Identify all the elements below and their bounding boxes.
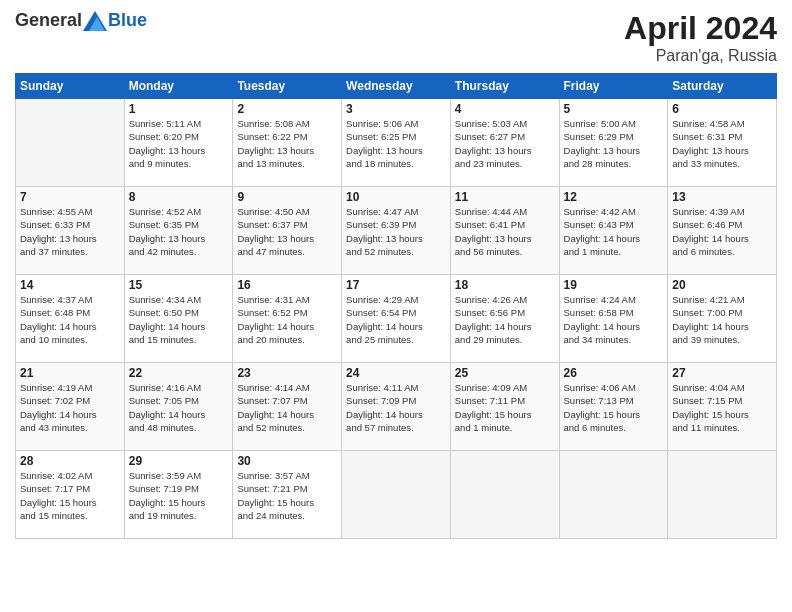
table-row: 10Sunrise: 4:47 AMSunset: 6:39 PMDayligh… — [342, 187, 451, 275]
table-row: 15Sunrise: 4:34 AMSunset: 6:50 PMDayligh… — [124, 275, 233, 363]
day-number: 2 — [237, 102, 337, 116]
table-row — [342, 451, 451, 539]
logo-general-text: General — [15, 10, 82, 31]
day-info: Sunrise: 4:34 AMSunset: 6:50 PMDaylight:… — [129, 293, 229, 346]
table-row: 4Sunrise: 5:03 AMSunset: 6:27 PMDaylight… — [450, 99, 559, 187]
col-saturday: Saturday — [668, 74, 777, 99]
table-row: 2Sunrise: 5:08 AMSunset: 6:22 PMDaylight… — [233, 99, 342, 187]
logo: General Blue — [15, 10, 147, 31]
day-number: 6 — [672, 102, 772, 116]
day-info: Sunrise: 4:31 AMSunset: 6:52 PMDaylight:… — [237, 293, 337, 346]
day-info: Sunrise: 4:37 AMSunset: 6:48 PMDaylight:… — [20, 293, 120, 346]
day-info: Sunrise: 4:16 AMSunset: 7:05 PMDaylight:… — [129, 381, 229, 434]
day-info: Sunrise: 4:50 AMSunset: 6:37 PMDaylight:… — [237, 205, 337, 258]
day-number: 15 — [129, 278, 229, 292]
col-tuesday: Tuesday — [233, 74, 342, 99]
calendar-table: Sunday Monday Tuesday Wednesday Thursday… — [15, 73, 777, 539]
day-number: 11 — [455, 190, 555, 204]
day-number: 14 — [20, 278, 120, 292]
day-info: Sunrise: 4:55 AMSunset: 6:33 PMDaylight:… — [20, 205, 120, 258]
calendar-location: Paran'ga, Russia — [624, 47, 777, 65]
calendar-title: April 2024 — [624, 10, 777, 47]
table-row: 6Sunrise: 4:58 AMSunset: 6:31 PMDaylight… — [668, 99, 777, 187]
table-row: 3Sunrise: 5:06 AMSunset: 6:25 PMDaylight… — [342, 99, 451, 187]
day-info: Sunrise: 4:19 AMSunset: 7:02 PMDaylight:… — [20, 381, 120, 434]
day-number: 25 — [455, 366, 555, 380]
table-row: 19Sunrise: 4:24 AMSunset: 6:58 PMDayligh… — [559, 275, 668, 363]
day-info: Sunrise: 4:06 AMSunset: 7:13 PMDaylight:… — [564, 381, 664, 434]
col-friday: Friday — [559, 74, 668, 99]
calendar-week-row: 28Sunrise: 4:02 AMSunset: 7:17 PMDayligh… — [16, 451, 777, 539]
day-info: Sunrise: 3:57 AMSunset: 7:21 PMDaylight:… — [237, 469, 337, 522]
day-number: 30 — [237, 454, 337, 468]
table-row: 20Sunrise: 4:21 AMSunset: 7:00 PMDayligh… — [668, 275, 777, 363]
table-row: 25Sunrise: 4:09 AMSunset: 7:11 PMDayligh… — [450, 363, 559, 451]
table-row: 8Sunrise: 4:52 AMSunset: 6:35 PMDaylight… — [124, 187, 233, 275]
day-info: Sunrise: 5:11 AMSunset: 6:20 PMDaylight:… — [129, 117, 229, 170]
day-number: 9 — [237, 190, 337, 204]
day-number: 13 — [672, 190, 772, 204]
calendar-week-row: 1Sunrise: 5:11 AMSunset: 6:20 PMDaylight… — [16, 99, 777, 187]
day-info: Sunrise: 3:59 AMSunset: 7:19 PMDaylight:… — [129, 469, 229, 522]
table-row: 11Sunrise: 4:44 AMSunset: 6:41 PMDayligh… — [450, 187, 559, 275]
table-row: 26Sunrise: 4:06 AMSunset: 7:13 PMDayligh… — [559, 363, 668, 451]
day-info: Sunrise: 4:09 AMSunset: 7:11 PMDaylight:… — [455, 381, 555, 434]
day-info: Sunrise: 4:29 AMSunset: 6:54 PMDaylight:… — [346, 293, 446, 346]
table-row: 5Sunrise: 5:00 AMSunset: 6:29 PMDaylight… — [559, 99, 668, 187]
table-row: 22Sunrise: 4:16 AMSunset: 7:05 PMDayligh… — [124, 363, 233, 451]
day-info: Sunrise: 4:42 AMSunset: 6:43 PMDaylight:… — [564, 205, 664, 258]
day-info: Sunrise: 5:06 AMSunset: 6:25 PMDaylight:… — [346, 117, 446, 170]
table-row: 23Sunrise: 4:14 AMSunset: 7:07 PMDayligh… — [233, 363, 342, 451]
calendar-week-row: 7Sunrise: 4:55 AMSunset: 6:33 PMDaylight… — [16, 187, 777, 275]
table-row: 29Sunrise: 3:59 AMSunset: 7:19 PMDayligh… — [124, 451, 233, 539]
day-info: Sunrise: 4:11 AMSunset: 7:09 PMDaylight:… — [346, 381, 446, 434]
table-row: 12Sunrise: 4:42 AMSunset: 6:43 PMDayligh… — [559, 187, 668, 275]
day-info: Sunrise: 4:04 AMSunset: 7:15 PMDaylight:… — [672, 381, 772, 434]
day-number: 12 — [564, 190, 664, 204]
table-row: 21Sunrise: 4:19 AMSunset: 7:02 PMDayligh… — [16, 363, 125, 451]
table-row — [450, 451, 559, 539]
day-number: 27 — [672, 366, 772, 380]
calendar-page: General Blue April 2024 Paran'ga, Russia… — [0, 0, 792, 612]
day-number: 3 — [346, 102, 446, 116]
day-number: 4 — [455, 102, 555, 116]
col-sunday: Sunday — [16, 74, 125, 99]
title-block: April 2024 Paran'ga, Russia — [624, 10, 777, 65]
col-wednesday: Wednesday — [342, 74, 451, 99]
table-row: 13Sunrise: 4:39 AMSunset: 6:46 PMDayligh… — [668, 187, 777, 275]
day-info: Sunrise: 4:44 AMSunset: 6:41 PMDaylight:… — [455, 205, 555, 258]
day-info: Sunrise: 4:52 AMSunset: 6:35 PMDaylight:… — [129, 205, 229, 258]
day-number: 22 — [129, 366, 229, 380]
day-info: Sunrise: 4:39 AMSunset: 6:46 PMDaylight:… — [672, 205, 772, 258]
day-number: 10 — [346, 190, 446, 204]
day-number: 24 — [346, 366, 446, 380]
day-info: Sunrise: 4:26 AMSunset: 6:56 PMDaylight:… — [455, 293, 555, 346]
table-row: 28Sunrise: 4:02 AMSunset: 7:17 PMDayligh… — [16, 451, 125, 539]
day-number: 23 — [237, 366, 337, 380]
table-row: 18Sunrise: 4:26 AMSunset: 6:56 PMDayligh… — [450, 275, 559, 363]
logo-icon — [83, 11, 107, 31]
col-thursday: Thursday — [450, 74, 559, 99]
day-number: 19 — [564, 278, 664, 292]
day-info: Sunrise: 5:08 AMSunset: 6:22 PMDaylight:… — [237, 117, 337, 170]
calendar-week-row: 21Sunrise: 4:19 AMSunset: 7:02 PMDayligh… — [16, 363, 777, 451]
calendar-header-row: Sunday Monday Tuesday Wednesday Thursday… — [16, 74, 777, 99]
table-row: 7Sunrise: 4:55 AMSunset: 6:33 PMDaylight… — [16, 187, 125, 275]
table-row: 1Sunrise: 5:11 AMSunset: 6:20 PMDaylight… — [124, 99, 233, 187]
header: General Blue April 2024 Paran'ga, Russia — [15, 10, 777, 65]
table-row: 30Sunrise: 3:57 AMSunset: 7:21 PMDayligh… — [233, 451, 342, 539]
day-info: Sunrise: 5:03 AMSunset: 6:27 PMDaylight:… — [455, 117, 555, 170]
table-row: 9Sunrise: 4:50 AMSunset: 6:37 PMDaylight… — [233, 187, 342, 275]
day-number: 7 — [20, 190, 120, 204]
table-row — [559, 451, 668, 539]
day-info: Sunrise: 4:24 AMSunset: 6:58 PMDaylight:… — [564, 293, 664, 346]
day-number: 26 — [564, 366, 664, 380]
table-row: 17Sunrise: 4:29 AMSunset: 6:54 PMDayligh… — [342, 275, 451, 363]
logo-blue-text: Blue — [108, 10, 147, 31]
day-number: 28 — [20, 454, 120, 468]
day-info: Sunrise: 4:47 AMSunset: 6:39 PMDaylight:… — [346, 205, 446, 258]
day-info: Sunrise: 4:14 AMSunset: 7:07 PMDaylight:… — [237, 381, 337, 434]
day-number: 16 — [237, 278, 337, 292]
table-row: 27Sunrise: 4:04 AMSunset: 7:15 PMDayligh… — [668, 363, 777, 451]
calendar-week-row: 14Sunrise: 4:37 AMSunset: 6:48 PMDayligh… — [16, 275, 777, 363]
